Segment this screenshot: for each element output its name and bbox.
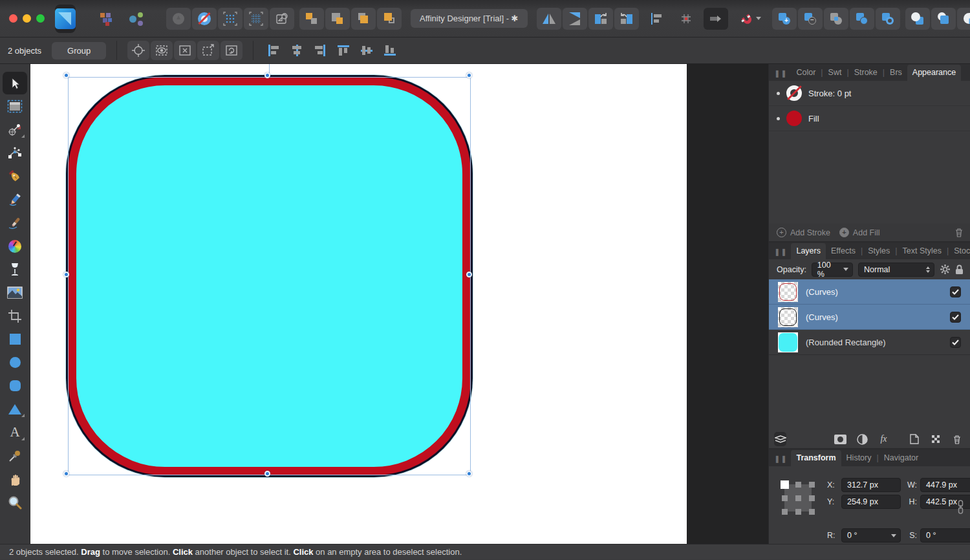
pasteboard[interactable]: [687, 64, 768, 544]
layer-row-curves-1[interactable]: (Curves): [769, 279, 970, 305]
group-button[interactable]: Group: [52, 42, 106, 59]
zoom-tool[interactable]: [3, 491, 27, 513]
y-field[interactable]: 254.9 px: [841, 495, 901, 509]
document-canvas[interactable]: [30, 64, 687, 544]
handle-bottom-center[interactable]: [264, 471, 270, 477]
layer-visibility-checkbox[interactable]: [950, 286, 961, 297]
tab-navigator[interactable]: Navigator: [879, 450, 924, 466]
move-by-whole-pixels-button[interactable]: [704, 8, 728, 30]
align-top-button[interactable]: [334, 41, 353, 59]
panel-drag-grip[interactable]: ❚❚: [774, 69, 787, 78]
tab-styles[interactable]: Styles: [863, 243, 895, 259]
handle-top-right[interactable]: [466, 72, 472, 78]
snap-grid-button[interactable]: [218, 8, 242, 30]
place-image-tool[interactable]: [3, 281, 27, 304]
move-tool[interactable]: [3, 72, 27, 94]
marquee-settings-button[interactable]: [270, 8, 294, 30]
close-window-button[interactable]: [9, 14, 17, 23]
anchor-top-right[interactable]: [809, 482, 815, 488]
vector-crop-tool[interactable]: [3, 305, 27, 327]
snapping-button[interactable]: [733, 8, 767, 30]
layer-settings-gear-icon[interactable]: [940, 264, 950, 275]
mask-layer-button[interactable]: [834, 432, 846, 446]
layer-stack-button[interactable]: [774, 432, 786, 446]
align-left-button[interactable]: [264, 41, 283, 59]
anchor-bottom-right[interactable]: [809, 509, 815, 515]
anchor-bottom-center[interactable]: [795, 509, 801, 515]
anchor-point-selector[interactable]: [779, 479, 817, 517]
fill-tool[interactable]: [3, 235, 27, 257]
tab-effects[interactable]: Effects: [826, 243, 861, 259]
geometry-merge-button[interactable]: [905, 8, 930, 30]
layer-effects-button[interactable]: fx: [878, 432, 890, 446]
new-pixel-layer-button[interactable]: [929, 432, 942, 446]
persona-vector-button[interactable]: [55, 5, 76, 33]
move-to-back-button[interactable]: [299, 8, 324, 30]
tab-color[interactable]: Color: [791, 65, 821, 81]
stroke-appearance-row[interactable]: Stroke: 0 pt: [769, 81, 970, 106]
tab-swatches[interactable]: Swt: [823, 65, 847, 81]
force-pixel-alignment-button[interactable]: [674, 8, 698, 30]
zoom-window-button[interactable]: [36, 14, 45, 23]
anchor-top-left[interactable]: [781, 480, 789, 489]
panel-drag-grip[interactable]: ❚❚: [774, 455, 787, 463]
snap-pixel-grid-button[interactable]: [244, 8, 268, 30]
snapping-dropdown-caret[interactable]: [756, 17, 761, 20]
tab-stock[interactable]: Stock: [949, 243, 970, 259]
layers-panel-body[interactable]: [769, 355, 970, 430]
rounded-rectangle-tool[interactable]: [3, 374, 27, 397]
pen-tool[interactable]: [3, 165, 27, 188]
geometry-pie-button[interactable]: [957, 8, 970, 30]
blend-mode-dropdown[interactable]: Normal: [858, 263, 934, 277]
vector-brush-tool[interactable]: [3, 211, 27, 234]
new-layer-button[interactable]: [908, 432, 920, 446]
boolean-intersect-button[interactable]: [824, 8, 848, 30]
align-center-h-button[interactable]: [287, 41, 307, 59]
boolean-add-button[interactable]: +: [772, 8, 797, 30]
panel-drag-grip[interactable]: ❚❚: [774, 248, 787, 256]
rotate-ccw-button[interactable]: [588, 8, 613, 30]
node-tool[interactable]: [3, 142, 27, 164]
ellipse-tool[interactable]: [3, 351, 27, 374]
opacity-dropdown[interactable]: 100 %: [812, 263, 853, 277]
boolean-subtract-button[interactable]: −: [798, 8, 823, 30]
handle-mid-left[interactable]: [63, 272, 69, 277]
transform-origin-toggle[interactable]: [127, 41, 149, 60]
anchor-top-center[interactable]: [795, 482, 801, 488]
tab-transform[interactable]: Transform: [791, 450, 841, 466]
align-bottom-button[interactable]: [380, 41, 400, 59]
move-back-one-button[interactable]: [325, 8, 350, 30]
alignment-button[interactable]: [644, 8, 669, 30]
view-tool[interactable]: [3, 468, 27, 490]
layer-visibility-checkbox[interactable]: [950, 337, 961, 348]
lock-icon[interactable]: [955, 264, 964, 275]
rotation-dropdown[interactable]: 0 °: [841, 528, 901, 543]
tab-history[interactable]: History: [841, 450, 877, 466]
text-tool[interactable]: A: [3, 421, 27, 444]
delete-appearance-icon[interactable]: [954, 228, 964, 237]
anchor-mid-right[interactable]: [809, 495, 815, 501]
flip-vertical-button[interactable]: [563, 8, 587, 30]
pencil-tool[interactable]: [3, 188, 27, 211]
tab-brushes[interactable]: Brs: [885, 65, 907, 81]
handle-bottom-left[interactable]: [63, 471, 69, 477]
tab-text-styles[interactable]: Text Styles: [898, 243, 947, 259]
rotate-cw-button[interactable]: [614, 8, 639, 30]
no-stroke-swatch-icon[interactable]: [786, 85, 802, 101]
geometry-front-button[interactable]: [931, 8, 956, 30]
layer-visibility-checkbox[interactable]: [950, 312, 961, 323]
handle-top-left[interactable]: [63, 72, 69, 78]
anchor-mid-left[interactable]: [782, 495, 788, 501]
layer-row-curves-2[interactable]: (Curves): [769, 305, 970, 330]
boolean-divide-button[interactable]: [850, 8, 874, 30]
edit-all-layers-toggle[interactable]: [174, 41, 196, 60]
tab-layers[interactable]: Layers: [791, 243, 826, 259]
handle-bottom-right[interactable]: [466, 471, 472, 477]
anchor-bottom-left[interactable]: [782, 509, 788, 515]
align-right-button[interactable]: [310, 41, 330, 59]
x-field[interactable]: 312.7 px: [841, 478, 901, 492]
handle-top-center[interactable]: [264, 72, 270, 78]
transparency-tool[interactable]: [3, 258, 27, 281]
layer-row-rounded-rectangle[interactable]: (Rounded Rectangle): [769, 330, 970, 355]
show-selection-toggle[interactable]: [151, 41, 173, 60]
